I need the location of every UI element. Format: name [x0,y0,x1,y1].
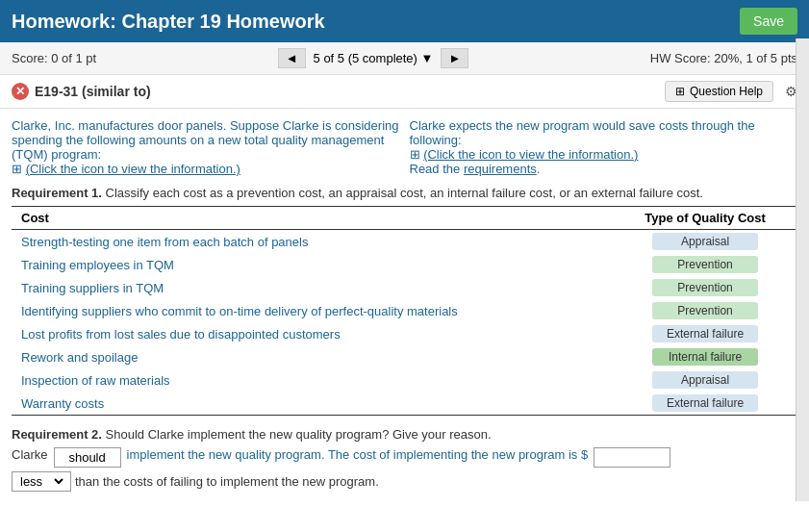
cost-cell: Warranty costs [12,392,613,416]
page-title: Homework: Chapter 19 Homework [12,11,325,33]
type-cell: Prevention [613,299,797,322]
col-type: Type of Quality Cost [613,207,797,230]
hw-score: HW Score: 20%, 1 of 5 pts [650,51,797,65]
quality-type-badge: Internal failure [652,348,758,366]
requirement2-row2: less more equal than the costs of failin… [12,471,797,492]
cost-cell: Inspection of raw materials [12,368,613,392]
type-cell: External failure [613,322,797,345]
question-help-button[interactable]: ⊞ Question Help [665,81,773,102]
quality-type-badge: External failure [652,394,758,412]
table-row: Rework and spoilageInternal failure [12,345,797,368]
cost-cell: Lost profits from lost sales due to disa… [12,322,613,345]
cost-cell: Training employees in TQM [12,253,613,276]
clarke-label: Clarke [12,447,48,462]
scrollbar[interactable] [796,38,809,501]
should-input[interactable] [54,447,121,468]
quality-type-badge: External failure [652,325,758,342]
requirement2-row1: Clarke implement the new quality program… [12,447,797,468]
nav-position: 5 of 5 (5 complete) ▼ [310,51,438,65]
table-row: Warranty costsExternal failure [12,392,797,416]
table-icon-right: ⊞ [410,147,424,162]
read-requirements-text: Read the [410,162,461,176]
prev-button[interactable]: ◄ [278,48,306,68]
less-dropdown[interactable]: less more equal [12,471,71,492]
next-button[interactable]: ► [441,48,468,68]
question-label: ✕ E19-31 (similar to) [12,83,151,100]
cost-input[interactable] [594,447,670,468]
info-left-link[interactable]: (Click the icon to view the information.… [26,162,240,176]
cost-cell: Training suppliers in TQM [12,276,613,299]
table-row: Inspection of raw materialsAppraisal [12,368,797,392]
score-bar: Score: 0 of 1 pt ◄ 5 of 5 (5 complete) ▼… [0,42,809,75]
quality-type-badge: Prevention [652,302,758,319]
type-cell: Appraisal [613,230,797,254]
info-right-text: Clarke expects the new program would sav… [410,118,755,147]
requirement1-title: Requirement 1. Classify each cost as a p… [12,186,797,200]
comparison-select[interactable]: less more equal [16,473,66,490]
line1-middle: implement the new quality program. The c… [127,447,589,462]
question-id: E19-31 (similar to) [35,84,151,99]
question-bar: ✕ E19-31 (similar to) ⊞ Question Help ⚙ [0,75,809,109]
cost-cell: Rework and spoilage [12,345,613,368]
quality-cost-table: Cost Type of Quality Cost Strength-testi… [12,206,797,416]
quality-type-badge: Prevention [652,279,758,296]
requirement1-text: Classify each cost as a prevention cost,… [106,186,703,200]
navigation-controls: ◄ 5 of 5 (5 complete) ▼ ► [278,48,469,68]
requirement2-text: Should Clarke implement the new quality … [106,427,492,442]
table-row: Identifying suppliers who commit to on-t… [12,299,797,322]
table-row: Training employees in TQMPrevention [12,253,797,276]
cost-cell: Identifying suppliers who commit to on-t… [12,299,613,322]
table-row: Strength-testing one item from each batc… [12,230,797,254]
status-icon: ✕ [12,83,29,100]
info-left: Clarke, Inc. manufactures door panels. S… [12,118,400,176]
type-cell: Appraisal [613,368,797,392]
requirement2-title: Requirement 2. Should Clarke implement t… [12,427,797,442]
content-area: Clarke, Inc. manufactures door panels. S… [0,109,809,501]
type-cell: External failure [613,392,797,416]
type-cell: Internal failure [613,345,797,368]
table-icon: ⊞ [675,85,685,98]
save-button[interactable]: Save [740,8,797,35]
type-cell: Prevention [613,276,797,299]
table-icon-left: ⊞ [12,162,26,176]
table-row: Training suppliers in TQMPrevention [12,276,797,299]
quality-type-badge: Appraisal [652,371,758,389]
info-left-text: Clarke, Inc. manufactures door panels. S… [12,118,399,162]
line2-suffix: than the costs of failing to implement t… [75,474,379,489]
info-row: Clarke, Inc. manufactures door panels. S… [12,118,797,176]
score-label: Score: 0 of 1 pt [12,51,96,65]
quality-type-badge: Appraisal [652,233,758,250]
info-right-link[interactable]: (Click the icon to view the information.… [423,147,638,162]
info-right: Clarke expects the new program would sav… [410,118,798,176]
type-cell: Prevention [613,253,797,276]
header: Homework: Chapter 19 Homework Save [0,0,809,42]
cost-cell: Strength-testing one item from each batc… [12,230,613,254]
table-row: Lost profits from lost sales due to disa… [12,322,797,345]
requirements-link[interactable]: requirements [464,162,537,176]
quality-type-badge: Prevention [652,256,758,273]
col-cost: Cost [12,207,613,230]
